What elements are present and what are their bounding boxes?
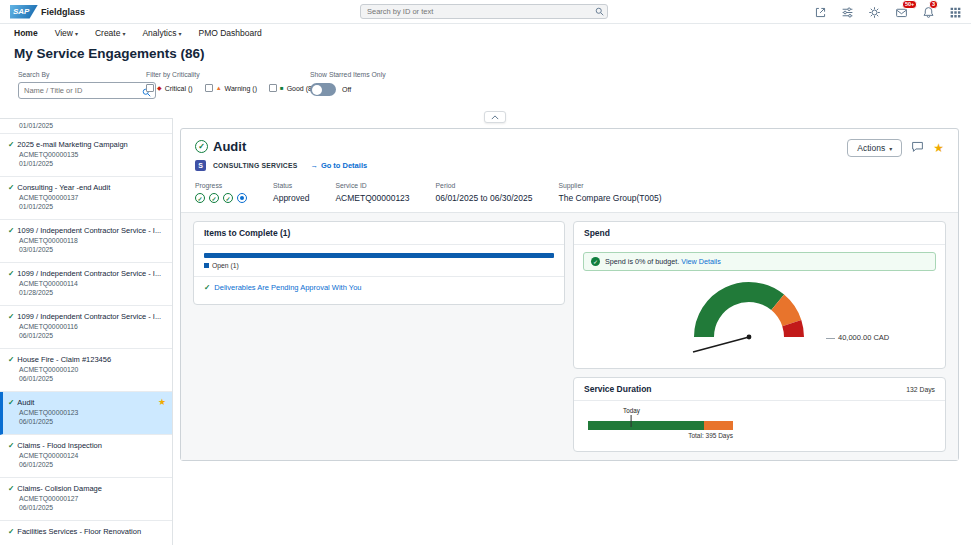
service-id-value: ACMETQ00000123 [335,193,409,203]
list-item[interactable]: ✓1099 / Independent Contractor Service -… [0,263,172,306]
legend-open: Open (1) [212,262,239,269]
checkbox-box [146,84,154,92]
check-icon: ✓ [8,527,14,536]
nav-create[interactable]: Create▾ [95,28,126,38]
collapse-filters-button[interactable] [484,111,506,123]
spend-gauge-chart [674,273,824,359]
warning-checkbox[interactable]: ▲ Warning () [205,84,257,92]
criticality-label: Filter by Criticality [146,71,318,78]
messages-badge: 50+ [902,0,917,9]
progress-steps: ✓ ✓ ✓ [195,193,247,203]
items-progress-bar [204,253,554,258]
arrow-right-icon: → [310,161,318,170]
nav-analytics[interactable]: Analytics▾ [142,28,181,38]
engagement-title: Audit [213,139,246,154]
view-details-link[interactable]: View Details [681,257,720,266]
duration-total: Total: 395 Days [588,432,733,439]
warning-icon: ▲ [216,85,222,91]
search-icon [595,7,604,16]
spend-amount: 40,000.00 CAD [838,333,889,342]
chevron-up-icon [491,115,499,120]
list-item[interactable]: ✓Facilities Services - Floor Renovation [0,521,172,545]
items-card-title: Items to Complete (1) [204,228,290,238]
criticality-filter-group: Filter by Criticality ◆ Critical () ▲ Wa… [146,71,318,92]
page-title: My Service Engagements (86) [14,46,205,61]
list-search-input[interactable] [18,82,156,99]
sliders-icon[interactable] [839,4,855,20]
chevron-down-icon: ▾ [178,30,181,37]
messages-icon[interactable]: 50+ [893,4,909,20]
check-icon: ✓ [8,140,14,149]
check-icon: ✓ [8,355,14,364]
list-item[interactable]: ✓Claims- Colision Damage ACMETQ00000127 … [0,478,172,521]
deliverables-pending-link[interactable]: ✓ Deliverables Are Pending Approval With… [194,276,564,298]
service-id-label: Service ID [335,182,409,189]
star-icon[interactable]: ★ [933,141,944,155]
nav-home[interactable]: Home [14,28,38,38]
bell-icon[interactable]: 3 [920,4,936,20]
status-value: Approved [273,193,309,203]
comments-button[interactable] [911,140,924,156]
check-icon: ✓ [8,398,14,407]
bell-badge: 3 [929,0,938,9]
app-grid-icon[interactable] [947,4,963,20]
elapsed-days: 132 Days [906,386,935,393]
supplier-label: Supplier [558,182,661,189]
brand-name: Fieldglass [41,7,85,17]
export-icon[interactable] [812,4,828,20]
check-icon: ✓ [8,183,14,192]
checkbox-box [269,84,277,92]
actions-button[interactable]: Actions ▾ [847,139,902,157]
chevron-down-icon: ▾ [75,30,78,37]
status-label: Status [273,182,309,189]
global-search-input[interactable] [360,4,608,19]
toggle-knob [312,85,322,95]
check-icon: ✓ [8,226,14,235]
today-marker: Today [623,407,640,427]
gear-icon[interactable] [866,4,882,20]
legend-swatch [204,263,209,268]
progress-label: Progress [195,182,247,189]
list-item[interactable]: ✓Claims - Flood Inspection ACMETQ0000012… [0,435,172,478]
period-label: Period [436,182,533,189]
good-icon: ■ [280,85,284,91]
engagement-list: 01/01/2025 ✓2025 e-mail Marketing Campai… [0,118,173,545]
comment-icon [911,140,924,153]
spend-banner: ✓ Spend is 0% of budget. View Details [583,252,936,271]
check-icon: ✓ [8,269,14,278]
starred-label: Show Starred Items Only [310,71,386,78]
check-icon: ✓ [204,283,210,292]
list-item[interactable]: ✓1099 / Independent Contractor Service -… [0,306,172,349]
main-menu: Home View▾ Create▾ Analytics▾ PMO Dashbo… [0,25,262,41]
sap-logo: SAP [10,5,38,19]
detail-fields: Progress ✓ ✓ ✓ Status Approved Service I… [195,182,944,203]
search-by-label: Search By [18,71,156,78]
list-item[interactable]: ✓House Fire - Claim #123456 ACMETQ000001… [0,349,172,392]
star-icon[interactable]: ★ [158,397,166,407]
search-by-group: Search By [18,71,156,99]
go-to-details-link[interactable]: → Go to Details [310,161,367,170]
list-item-partial[interactable]: 01/01/2025 [0,119,172,134]
topbar: SAP Fieldglass 50+ 3 [0,0,971,24]
check-icon: ✓ [8,312,14,321]
nav-pmo-dashboard[interactable]: PMO Dashboard [198,28,261,38]
duration-card-title: Service Duration [584,384,652,394]
list-item[interactable]: ✓Consulting - Year -end Audit ACMETQ0000… [0,177,172,220]
detail-cards: Items to Complete (1) Open (1) ✓ Deliver… [181,212,958,460]
starred-toggle[interactable] [310,83,336,96]
chevron-down-icon: ▾ [889,145,892,152]
check-icon: ✓ [8,484,14,493]
step-complete-icon: ✓ [195,193,205,203]
list-item[interactable]: ✓1099 / Independent Contractor Service -… [0,220,172,263]
nav-view[interactable]: View▾ [55,28,78,38]
critical-checkbox[interactable]: ◆ Critical () [146,84,193,92]
step-current-icon [237,193,247,203]
check-circle-icon: ✓ [195,140,208,153]
topbar-icons: 50+ 3 [812,4,963,20]
list-item[interactable]: ✓2025 e-mail Marketing Campaign ACMETQ00… [0,134,172,177]
checkbox-box [205,84,213,92]
supplier-value: The Compare Group(T005) [558,193,661,203]
list-item-selected[interactable]: ✓Audit ACMETQ00000123 06/01/2025 ★ [0,392,172,435]
step-complete-icon: ✓ [223,193,233,203]
spend-card: Spend ✓ Spend is 0% of budget. View Deta… [573,221,946,369]
